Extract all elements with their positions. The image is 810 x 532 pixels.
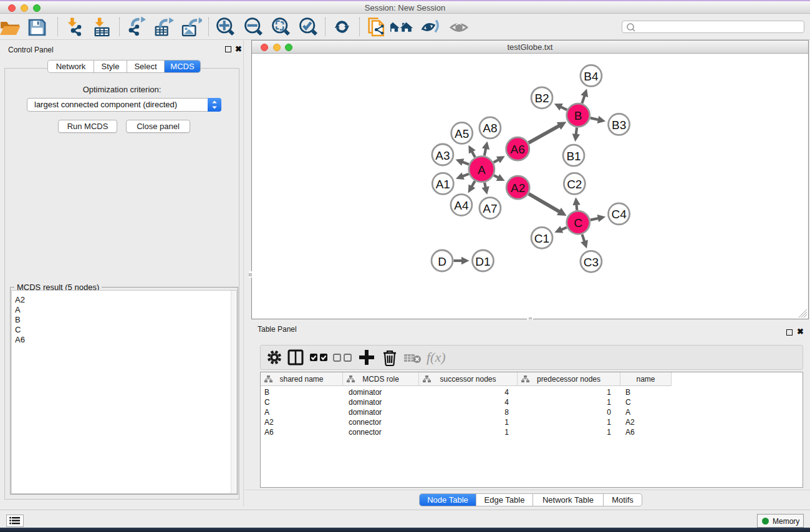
svg-text:B1: B1 — [566, 150, 581, 163]
svg-text:D1: D1 — [475, 255, 490, 268]
svg-text:A6: A6 — [511, 143, 525, 156]
svg-text:B2: B2 — [534, 92, 549, 105]
svg-text:A2: A2 — [511, 181, 525, 195]
svg-text:A3: A3 — [435, 149, 450, 162]
svg-text:C2: C2 — [567, 178, 582, 191]
svg-text:A5: A5 — [455, 127, 469, 140]
svg-text:C1: C1 — [534, 232, 549, 245]
svg-text:D: D — [438, 255, 446, 268]
svg-text:C4: C4 — [611, 208, 627, 221]
svg-text:A7: A7 — [483, 202, 497, 215]
svg-text:B: B — [574, 109, 582, 122]
svg-text:B3: B3 — [612, 118, 626, 132]
svg-text:A1: A1 — [436, 178, 450, 191]
svg-text:A8: A8 — [483, 122, 497, 135]
svg-text:C3: C3 — [584, 256, 599, 269]
svg-text:A4: A4 — [454, 199, 469, 212]
svg-text:B4: B4 — [584, 70, 599, 83]
svg-text:A: A — [478, 163, 486, 177]
svg-text:C: C — [574, 216, 582, 230]
